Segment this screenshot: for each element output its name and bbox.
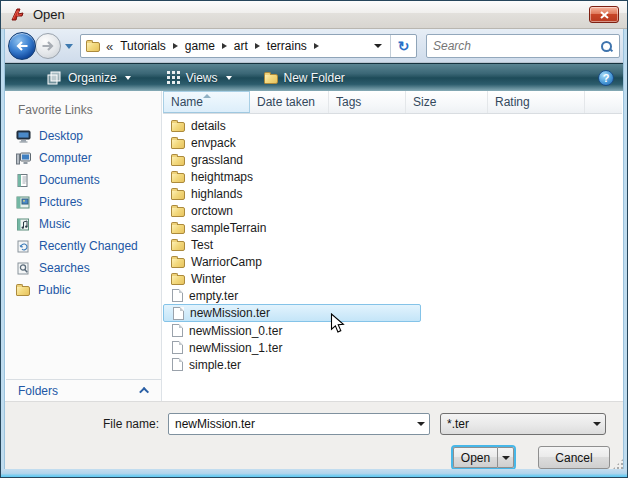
- file-row-details[interactable]: details: [163, 117, 421, 134]
- file-type-dropdown-icon: [589, 422, 605, 426]
- file-row-heightmaps[interactable]: heightmaps: [163, 168, 421, 185]
- breadcrumb-item-terrains[interactable]: terrains: [266, 37, 308, 55]
- back-button[interactable]: [8, 32, 36, 60]
- breadcrumb-overflow[interactable]: «: [106, 39, 113, 54]
- search-box: [426, 34, 620, 58]
- folder-icon: [171, 139, 185, 149]
- close-button[interactable]: [589, 6, 619, 23]
- window-title: Open: [33, 7, 65, 22]
- close-icon: [600, 11, 609, 19]
- breadcrumb-item-art[interactable]: art: [233, 37, 249, 55]
- sidebar-item-label: Desktop: [39, 129, 83, 143]
- file-name-dropdown-icon[interactable]: [413, 422, 429, 426]
- breadcrumb-item-game[interactable]: game: [184, 37, 216, 55]
- file-name-input[interactable]: [169, 417, 413, 431]
- navigation-bar: « Tutorials game art terrains ↻: [2, 29, 626, 63]
- new-folder-icon: [264, 74, 278, 84]
- history-dropdown-icon[interactable]: [65, 44, 73, 49]
- cancel-button[interactable]: Cancel: [538, 446, 610, 469]
- breadcrumb-separator-icon[interactable]: [173, 43, 178, 49]
- breadcrumb-separator-icon[interactable]: [255, 43, 260, 49]
- sidebar-item-label: Pictures: [39, 195, 82, 209]
- column-header-blank[interactable]: [585, 91, 622, 113]
- sidebar-item-computer[interactable]: Computer: [6, 147, 161, 169]
- column-header-date-taken[interactable]: Date taken: [250, 91, 329, 113]
- sidebar-item-recently-changed[interactable]: Recently Changed: [6, 235, 161, 257]
- address-dropdown-icon[interactable]: [374, 44, 382, 48]
- dialog-content: Favorite Links Desktop Computer: [6, 91, 622, 401]
- new-folder-label: New Folder: [284, 71, 345, 85]
- forward-button[interactable]: [35, 33, 61, 59]
- file-row-envpack[interactable]: envpack: [163, 134, 421, 151]
- address-bar[interactable]: « Tutorials game art terrains ↻: [80, 34, 417, 58]
- help-icon: ?: [603, 72, 610, 84]
- search-input[interactable]: [433, 39, 600, 53]
- desktop-icon: [16, 130, 31, 143]
- file-name-label: File name:: [103, 417, 159, 431]
- sidebar-item-label: Computer: [39, 151, 92, 165]
- breadcrumb-separator-icon[interactable]: [222, 43, 227, 49]
- sidebar-item-documents[interactable]: Documents: [6, 169, 161, 191]
- open-button[interactable]: Open: [453, 447, 497, 468]
- open-split-button: Open: [451, 445, 516, 470]
- organize-icon: [47, 71, 62, 85]
- file-name-combobox: [168, 413, 430, 435]
- refresh-button[interactable]: ↻: [390, 35, 416, 57]
- folder-icon: [171, 241, 185, 251]
- column-header-name[interactable]: Name: [163, 91, 250, 113]
- breadcrumb-separator-icon[interactable]: [314, 43, 319, 49]
- computer-icon: [16, 152, 31, 165]
- folders-expander[interactable]: Folders: [6, 379, 161, 401]
- sidebar-item-label: Public: [38, 283, 71, 297]
- open-dropdown-button[interactable]: [497, 447, 514, 468]
- file-row-newMission_0.ter[interactable]: newMission_0.ter: [163, 322, 421, 339]
- file-row-empty.ter[interactable]: empty.ter: [163, 287, 421, 304]
- views-dropdown-icon: [226, 76, 232, 80]
- sidebar-item-pictures[interactable]: Pictures: [6, 191, 161, 213]
- file-row-newMission_1.ter[interactable]: newMission_1.ter: [163, 339, 421, 356]
- file-row-highlands[interactable]: highlands: [163, 185, 421, 202]
- favorite-links-header: Favorite Links: [6, 91, 161, 125]
- help-button[interactable]: ?: [598, 70, 614, 86]
- open-dialog-window: Open « Tutorials game: [0, 0, 628, 478]
- file-icon: [172, 341, 183, 354]
- app-icon: [9, 7, 26, 23]
- sidebar-item-label: Recently Changed: [39, 239, 138, 253]
- resize-grip[interactable]: [613, 459, 623, 469]
- folder-icon: [171, 122, 185, 132]
- sidebar-item-public[interactable]: Public: [6, 279, 161, 301]
- sidebar-item-label: Music: [39, 217, 70, 231]
- sidebar-item-searches[interactable]: Searches: [6, 257, 161, 279]
- file-icon: [172, 324, 183, 337]
- chevron-up-icon: [139, 387, 149, 397]
- views-button[interactable]: Views: [158, 66, 241, 90]
- file-icon: [172, 358, 183, 371]
- organize-label: Organize: [68, 71, 117, 85]
- file-row-Winter[interactable]: Winter: [163, 270, 421, 287]
- file-row-grassland[interactable]: grassland: [163, 151, 421, 168]
- column-header-rating[interactable]: Rating: [488, 91, 585, 113]
- sidebar-item-music[interactable]: Music: [6, 213, 161, 235]
- back-arrow-icon: [15, 40, 29, 52]
- file-row-sampleTerrain[interactable]: sampleTerrain: [163, 219, 421, 236]
- file-type-combobox[interactable]: *.ter: [440, 413, 606, 435]
- searches-icon: [16, 262, 31, 275]
- file-row-newMission.ter-selected[interactable]: newMission.ter: [163, 304, 421, 322]
- file-row-orctown[interactable]: orctown: [163, 202, 421, 219]
- column-header-tags[interactable]: Tags: [329, 91, 406, 113]
- file-row-WarriorCamp[interactable]: WarriorCamp: [163, 253, 421, 270]
- organize-button[interactable]: Organize: [38, 66, 140, 90]
- sidebar: Favorite Links Desktop Computer: [6, 91, 162, 401]
- file-row-simple.ter[interactable]: simple.ter: [163, 356, 421, 373]
- file-row-Test[interactable]: Test: [163, 236, 421, 253]
- refresh-icon: ↻: [398, 38, 410, 54]
- search-icon[interactable]: [600, 40, 613, 53]
- sidebar-item-desktop[interactable]: Desktop: [6, 125, 161, 147]
- views-label: Views: [186, 71, 218, 85]
- new-folder-button[interactable]: New Folder: [255, 66, 354, 90]
- breadcrumb-item-tutorials[interactable]: Tutorials: [119, 37, 167, 55]
- file-rows: details envpack grassland heightmaps hig…: [163, 114, 622, 373]
- file-list: Name Date taken Tags Size Rating details: [163, 91, 622, 401]
- column-header-size[interactable]: Size: [406, 91, 488, 113]
- titlebar: Open: [1, 1, 627, 29]
